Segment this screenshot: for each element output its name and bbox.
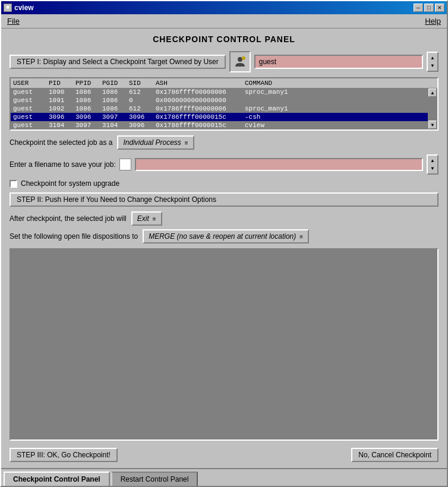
username-input[interactable] [254, 55, 423, 69]
table-row[interactable]: guest 3104 3097 3104 3096 0x1786ffff0000… [11, 121, 428, 129]
process-table-body: guest 1090 1086 1086 612 0x1786ffff00000… [11, 88, 437, 129]
window-title: cview [14, 4, 34, 12]
menu-bar: File Help [1, 14, 447, 29]
filename-input[interactable] [135, 158, 423, 171]
after-checkpoint-label: After checkpoint, the selected job will [10, 214, 127, 223]
open-file-arrow: ≡ [299, 233, 303, 240]
after-checkpoint-row: After checkpoint, the selected job will … [10, 211, 438, 226]
scroll-track[interactable] [428, 97, 437, 121]
system-upgrade-checkbox[interactable] [10, 180, 17, 188]
col-sid: SID [129, 80, 156, 87]
step3-ok-button[interactable]: STEP III: OK, Go Checkpoint! [10, 448, 118, 462]
scroll-up-arrow[interactable]: ▲ [428, 88, 437, 97]
table-row[interactable]: guest 1092 1086 1086 612 0x1786ffff00000… [11, 105, 428, 113]
table-row[interactable]: guest 1091 1086 1086 0 0x000000000000000… [11, 96, 428, 105]
after-checkpoint-value: Exit [137, 214, 149, 223]
main-window: ■ cview ─ □ ✕ File Help CHECKPOINT CONTR… [0, 0, 448, 487]
checkpoint-type-arrow: ≡ [185, 140, 188, 146]
filename-label: Enter a filename to save your job: [10, 160, 116, 169]
menu-file[interactable]: File [4, 15, 23, 27]
filename-spinner[interactable]: ▲ ▼ [427, 154, 438, 175]
col-user: USER [13, 80, 49, 87]
bottom-buttons: STEP III: OK, Go Checkpoint! No, Cancel … [10, 445, 438, 462]
process-rows: guest 1090 1086 1086 612 0x1786ffff00000… [11, 88, 437, 129]
title-bar-buttons: ─ □ ✕ [414, 4, 444, 12]
process-table-container: USER PID PPID PGID SID ASH COMMAND guest… [10, 77, 438, 131]
open-file-row: Set the following open file dispositions… [10, 229, 438, 244]
main-content: CHECKPOINT CONTROL PANEL STEP I: Display… [1, 29, 447, 468]
checkpoint-type-row: Checkpoint the selected job as a Individ… [10, 135, 438, 150]
restore-button[interactable]: □ [424, 4, 434, 12]
file-list-area [10, 248, 438, 441]
tab-bar: Checkpoint Control Panel Restart Control… [1, 468, 447, 486]
col-command: COMMAND [245, 80, 304, 87]
open-file-dropdown[interactable]: MERGE (no save & reopen at current locat… [143, 229, 309, 244]
table-row[interactable]: guest 3096 3096 3097 3096 0x1786ffff0000… [11, 113, 428, 121]
tab-checkpoint-control-panel[interactable]: Checkpoint Control Panel [4, 472, 110, 486]
title-bar: ■ cview ─ □ ✕ [1, 1, 447, 14]
open-file-label: Set the following open file dispositions… [10, 232, 138, 241]
col-ash: ASH [156, 80, 245, 87]
color-swatch [119, 159, 131, 170]
tab-restart-control-panel[interactable]: Restart Control Panel [111, 472, 198, 486]
checkpoint-type-dropdown[interactable]: Individual Process ≡ [117, 135, 194, 150]
system-upgrade-label: Checkpoint for system upgrade [21, 179, 119, 188]
scroll-down-arrow[interactable]: ▼ [428, 121, 437, 129]
username-spinner[interactable]: ▲ ▼ [427, 52, 438, 72]
panel-title: CHECKPOINT CONTROL PANEL [10, 34, 438, 44]
title-bar-left: ■ cview [4, 4, 34, 12]
filename-row: Enter a filename to save your job: ▲ ▼ [10, 154, 438, 175]
process-scrollbar: ▲ ▼ [428, 88, 437, 129]
step1-button[interactable]: STEP I: Display and Select a Checkpoint … [10, 55, 226, 69]
svg-point-0 [238, 57, 242, 62]
col-pid: PID [49, 80, 75, 87]
close-button[interactable]: ✕ [435, 4, 444, 12]
after-checkpoint-arrow: ≡ [153, 216, 156, 222]
system-upgrade-row: Checkpoint for system upgrade [10, 179, 438, 188]
options-area: After checkpoint, the selected job will … [10, 211, 438, 244]
user-icon [229, 51, 251, 72]
menu-help[interactable]: Help [421, 15, 444, 27]
step2-button[interactable]: STEP II: Push Here if You Need to Change… [10, 192, 438, 207]
checkpoint-type-label: Checkpoint the selected job as a [10, 138, 112, 147]
process-table-header: USER PID PPID PGID SID ASH COMMAND [11, 78, 437, 88]
open-file-value: MERGE (no save & reopen at current locat… [149, 232, 296, 241]
checkpoint-type-value: Individual Process [123, 138, 181, 147]
cancel-button[interactable]: No, Cancel Checkpoint [351, 448, 438, 462]
col-pgid: PGID [102, 80, 129, 87]
minimize-button[interactable]: ─ [414, 4, 423, 12]
col-ppid: PPID [75, 80, 102, 87]
after-checkpoint-dropdown[interactable]: Exit ≡ [131, 211, 162, 226]
window-icon[interactable]: ■ [4, 4, 12, 12]
step1-row: STEP I: Display and Select a Checkpoint … [10, 51, 438, 72]
table-row[interactable]: guest 1090 1086 1086 612 0x1786ffff00000… [11, 88, 428, 96]
